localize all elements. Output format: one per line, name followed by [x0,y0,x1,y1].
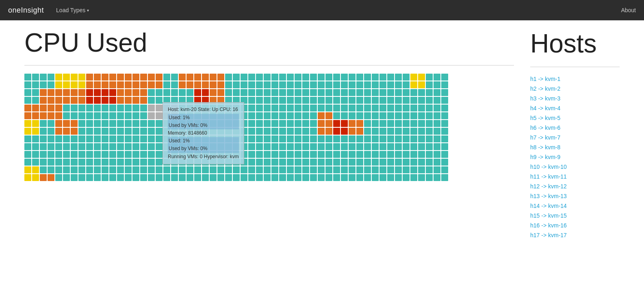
heatmap-cell[interactable] [24,89,31,96]
heatmap-cell[interactable] [55,143,62,150]
heatmap-cell[interactable] [63,143,70,150]
heatmap-cell[interactable] [225,81,232,88]
heatmap-cell[interactable] [102,159,108,166]
heatmap-cell[interactable] [434,159,440,166]
heatmap-cell[interactable] [302,135,309,142]
heatmap-cell[interactable] [403,143,410,150]
heatmap-cell[interactable] [148,128,155,135]
heatmap-cell[interactable] [279,97,286,104]
heatmap-cell[interactable] [248,128,255,135]
host-link[interactable]: h6 -> kvm-6 [530,124,560,131]
heatmap-cell[interactable] [302,174,309,181]
heatmap-cell[interactable] [379,151,386,158]
heatmap-cell[interactable] [318,143,325,150]
about-link[interactable]: About [621,7,636,13]
heatmap-cell[interactable] [302,159,309,166]
host-link[interactable]: h10 -> kvm-10 [530,164,567,170]
heatmap-cell[interactable] [78,135,85,142]
list-item[interactable]: h10 -> kvm-10 [530,163,620,170]
heatmap-cell[interactable] [325,151,332,158]
heatmap-cell[interactable] [32,74,39,81]
heatmap-cell[interactable] [132,128,139,135]
heatmap-cell[interactable] [310,143,317,150]
heatmap-cell[interactable] [333,174,340,181]
host-link[interactable]: h9 -> kvm-9 [530,154,560,160]
list-item[interactable]: h5 -> kvm-5 [530,114,620,122]
heatmap-cell[interactable] [403,89,410,96]
heatmap-cell[interactable] [418,143,425,150]
heatmap-cell[interactable] [395,143,402,150]
heatmap-cell[interactable] [271,166,278,173]
heatmap-cell[interactable] [171,74,178,81]
heatmap-cell[interactable] [148,166,155,173]
heatmap-cell[interactable] [264,166,271,173]
heatmap-cell[interactable] [333,89,340,96]
heatmap-cell[interactable] [55,174,62,181]
heatmap-cell[interactable] [55,128,62,135]
heatmap-cell[interactable] [333,128,340,135]
heatmap-cell[interactable] [156,151,163,158]
heatmap-cell[interactable] [94,159,101,166]
heatmap-cell[interactable] [395,120,402,127]
heatmap-cell[interactable] [40,166,47,173]
heatmap-cell[interactable] [48,135,54,142]
heatmap-cell[interactable] [248,112,255,119]
heatmap-cell[interactable] [271,135,278,142]
heatmap-cell[interactable] [24,143,31,150]
heatmap-cell[interactable] [310,105,317,111]
heatmap-cell[interactable] [156,143,163,150]
heatmap-cell[interactable] [333,97,340,104]
heatmap-cell[interactable] [71,143,78,150]
heatmap-cell[interactable] [225,89,232,96]
heatmap-cell[interactable] [125,81,132,88]
heatmap-cell[interactable] [132,143,139,150]
heatmap-cell[interactable] [241,81,247,88]
heatmap-cell[interactable] [441,97,448,104]
host-link[interactable]: h16 -> kvm-16 [530,222,567,229]
heatmap-cell[interactable] [156,166,163,173]
heatmap-cell[interactable] [132,112,139,119]
heatmap-cell[interactable] [102,120,108,127]
heatmap-cell[interactable] [379,120,386,127]
heatmap-cell[interactable] [248,174,255,181]
heatmap-cell[interactable] [210,174,217,181]
heatmap-cell[interactable] [310,89,317,96]
heatmap-cell[interactable] [86,174,93,181]
heatmap-cell[interactable] [132,74,139,81]
heatmap-cell[interactable] [48,143,54,150]
heatmap-cell[interactable] [302,97,309,104]
heatmap-cell[interactable] [364,81,371,88]
heatmap-cell[interactable] [24,151,31,158]
heatmap-cell[interactable] [156,135,163,142]
heatmap-cell[interactable] [387,135,394,142]
heatmap-cell[interactable] [418,97,425,104]
heatmap-cell[interactable] [63,89,70,96]
heatmap-cell[interactable] [24,128,31,135]
heatmap-cell[interactable] [318,135,325,142]
heatmap-cell[interactable] [295,159,301,166]
heatmap-cell[interactable] [410,174,417,181]
heatmap-cell[interactable] [78,74,85,81]
heatmap-cell[interactable] [125,174,132,181]
heatmap-cell[interactable] [287,81,294,88]
heatmap-cell[interactable] [210,81,217,88]
heatmap-cell[interactable] [349,97,356,104]
heatmap-cell[interactable] [194,174,201,181]
heatmap-cell[interactable] [241,174,247,181]
heatmap-cell[interactable] [156,128,163,135]
heatmap-cell[interactable] [217,166,224,173]
heatmap-cell[interactable] [295,143,301,150]
heatmap-cell[interactable] [48,112,54,119]
heatmap-cell[interactable] [40,128,47,135]
heatmap-cell[interactable] [132,105,139,111]
heatmap-cell[interactable] [264,105,271,111]
heatmap-cell[interactable] [318,112,325,119]
heatmap-cell[interactable] [63,135,70,142]
heatmap-cell[interactable] [94,120,101,127]
heatmap-cell[interactable] [325,89,332,96]
heatmap-cell[interactable] [102,97,108,104]
heatmap-cell[interactable] [349,120,356,127]
heatmap-cell[interactable] [248,120,255,127]
heatmap-cell[interactable] [295,128,301,135]
heatmap-cell[interactable] [194,89,201,96]
